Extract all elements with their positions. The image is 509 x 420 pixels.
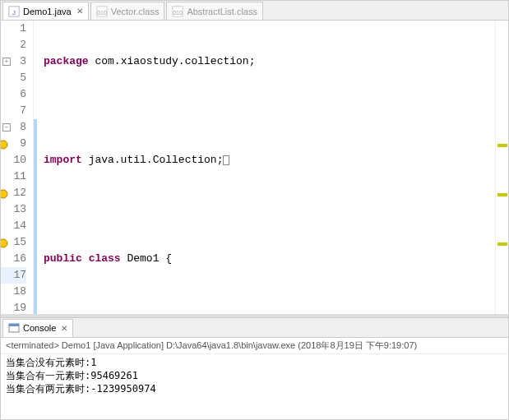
- warning-marker[interactable]: [497, 144, 507, 147]
- class-file-icon: 010: [96, 6, 108, 17]
- line-number: 17: [1, 267, 26, 284]
- warning-marker[interactable]: [497, 242, 507, 246]
- close-icon[interactable]: ✕: [76, 7, 83, 16]
- line-number: 6: [1, 86, 26, 103]
- code-line: [44, 300, 495, 314]
- marker-strip: [34, 21, 39, 314]
- console-tab[interactable]: Console ✕: [2, 319, 73, 337]
- warning-marker[interactable]: [497, 193, 507, 196]
- code-area[interactable]: package package com.xiaostudy.collection…: [39, 21, 495, 314]
- fold-icon[interactable]: +: [2, 58, 11, 66]
- console-panel: Console ✕ <terminated> Demo1 [Java Appli…: [1, 317, 508, 419]
- collapsed-marker: [223, 155, 229, 165]
- line-number: −8: [1, 119, 26, 136]
- line-gutter: 1 2 +3 5 6 7 −8 9 10 11 12 13 14 15 16 1…: [1, 21, 34, 314]
- svg-point-6: [1, 141, 7, 149]
- svg-text:010: 010: [97, 9, 107, 15]
- code-editor[interactable]: 1 2 +3 5 6 7 −8 9 10 11 12 13 14 15 16 1…: [1, 21, 508, 314]
- code-line: public class Demo1 {: [44, 251, 495, 267]
- line-number: 12: [1, 185, 26, 201]
- warning-icon[interactable]: [1, 238, 8, 247]
- overview-ruler[interactable]: [495, 21, 508, 314]
- close-icon[interactable]: ✕: [61, 324, 67, 333]
- svg-rect-10: [9, 324, 19, 326]
- tab-label: Vector.class: [111, 7, 160, 16]
- class-file-icon: 010: [172, 6, 183, 17]
- line-number: 13: [1, 201, 26, 218]
- svg-point-8: [1, 239, 7, 247]
- line-number: 19: [1, 300, 26, 314]
- warning-icon[interactable]: [1, 188, 8, 198]
- console-tabs: Console ✕: [1, 318, 508, 338]
- tab-label: Demo1.java: [23, 7, 72, 16]
- editor-tabs: J Demo1.java ✕ 010 Vector.class 010 Abst…: [1, 1, 508, 21]
- tab-abstractlist[interactable]: 010 AbstractList.class: [166, 2, 263, 20]
- tab-demo1[interactable]: J Demo1.java ✕: [2, 2, 89, 20]
- line-number: 14: [1, 218, 26, 234]
- line-number: 5: [1, 70, 26, 86]
- svg-point-7: [1, 190, 7, 198]
- code-line: import java.util.Collection;: [44, 152, 495, 168]
- line-number: 2: [1, 37, 26, 53]
- code-line: [44, 201, 495, 218]
- fold-icon[interactable]: −: [2, 123, 11, 132]
- line-number: 9: [1, 136, 26, 152]
- line-number: 1: [1, 21, 26, 37]
- console-output[interactable]: 当集合没有元素时:1 当集合有一元素时:95469261 当集合有两元素时:-1…: [1, 354, 508, 419]
- console-icon: [8, 322, 20, 334]
- tab-label: AbstractList.class: [187, 7, 257, 16]
- svg-text:010: 010: [174, 9, 183, 15]
- console-process-header: <terminated> Demo1 [Java Application] D:…: [1, 338, 508, 354]
- code-line: package package com.xiaostudy.collection…: [44, 53, 495, 70]
- code-line: [44, 103, 495, 119]
- line-number: 11: [1, 168, 26, 185]
- console-tab-label: Console: [23, 323, 56, 333]
- line-number: 18: [1, 284, 26, 300]
- java-file-icon: J: [8, 6, 20, 17]
- line-number: +3: [1, 53, 26, 70]
- line-number: 10: [1, 152, 26, 168]
- tab-vector[interactable]: 010 Vector.class: [90, 2, 165, 20]
- warning-icon[interactable]: [1, 139, 8, 149]
- svg-text:J: J: [12, 8, 16, 16]
- line-number: 7: [1, 103, 26, 119]
- line-number: 16: [1, 251, 26, 267]
- line-number: 15: [1, 234, 26, 251]
